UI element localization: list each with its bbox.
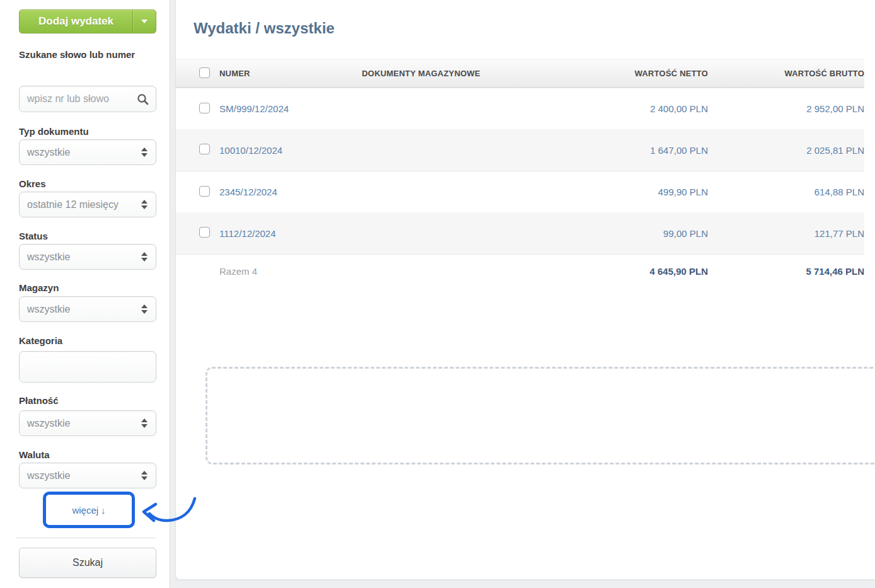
expenses-panel: Wydatki / wszystkie NUMER DOKUMENTY MAGA… bbox=[175, 0, 875, 580]
brutto-cell: 121,77 PLN bbox=[708, 228, 864, 239]
period-value: ostatnie 12 miesięcy bbox=[20, 199, 141, 210]
payment-label: Płatność bbox=[19, 394, 154, 408]
period-select[interactable]: ostatnie 12 miesięcy bbox=[19, 192, 156, 217]
search-icon[interactable] bbox=[137, 93, 149, 105]
annotation-highlight-box: więcej ↓ bbox=[43, 492, 135, 528]
summary-netto: 4 645,90 PLN bbox=[545, 266, 708, 277]
netto-cell: 2 400,00 PLN bbox=[545, 103, 708, 114]
netto-cell: 1 647,00 PLN bbox=[545, 145, 708, 156]
table-row: 10010/12/2024 1 647,00 PLN 2 025,81 PLN bbox=[176, 129, 864, 171]
expenses-table: NUMER DOKUMENTY MAGAZYNOWE WARTOŚĆ NETTO… bbox=[176, 59, 864, 288]
search-input[interactable] bbox=[20, 93, 137, 105]
search-word-label: Szukane słowo lub numer bbox=[19, 48, 154, 62]
brutto-cell: 2 952,00 PLN bbox=[708, 103, 864, 114]
currency-select[interactable]: wszystkie bbox=[19, 463, 156, 488]
category-input[interactable] bbox=[20, 361, 156, 372]
select-spinner-icon bbox=[141, 147, 148, 157]
row-checkbox[interactable] bbox=[199, 186, 210, 197]
summary-count-label: Razem 4 bbox=[219, 266, 362, 277]
summary-brutto: 5 714,46 PLN bbox=[708, 266, 864, 277]
column-header-netto[interactable]: WARTOŚĆ NETTO bbox=[545, 69, 708, 78]
currency-label: Waluta bbox=[19, 448, 154, 462]
page-title: Wydatki / wszystkie bbox=[194, 20, 335, 37]
arrow-down-icon: ↓ bbox=[101, 505, 106, 516]
warehouse-value: wszystkie bbox=[20, 304, 141, 315]
warehouse-select[interactable]: wszystkie bbox=[19, 296, 156, 322]
select-spinner-icon bbox=[141, 200, 148, 209]
table-summary-row: Razem 4 4 645,90 PLN 5 714,46 PLN bbox=[176, 254, 864, 288]
payment-value: wszystkie bbox=[20, 418, 141, 429]
search-submit-button[interactable]: Szukaj bbox=[19, 548, 156, 578]
select-spinner-icon bbox=[141, 304, 148, 314]
netto-cell: 499,90 PLN bbox=[545, 187, 708, 197]
category-field-wrap bbox=[19, 351, 156, 383]
more-filters-link[interactable]: więcej bbox=[72, 505, 98, 516]
document-type-select[interactable]: wszystkie bbox=[19, 139, 156, 165]
brutto-cell: 2 025,81 PLN bbox=[708, 145, 864, 156]
select-spinner-icon bbox=[141, 252, 148, 262]
column-header-brutto[interactable]: WARTOŚĆ BRUTTO bbox=[708, 69, 864, 78]
status-select[interactable]: wszystkie bbox=[19, 244, 156, 270]
currency-value: wszystkie bbox=[20, 470, 141, 481]
expense-number-link[interactable]: SM/999/12/2024 bbox=[219, 103, 289, 114]
brutto-cell: 614,88 PLN bbox=[708, 187, 864, 197]
sidebar-divider bbox=[16, 538, 156, 538]
table-row: SM/999/12/2024 2 400,00 PLN 2 952,00 PLN bbox=[176, 88, 864, 129]
expense-number-link[interactable]: 1112/12/2024 bbox=[219, 228, 276, 239]
period-label: Okres bbox=[19, 177, 154, 191]
row-checkbox[interactable] bbox=[199, 103, 210, 113]
document-type-label: Typ dokumentu bbox=[19, 125, 154, 139]
select-spinner-icon bbox=[141, 471, 148, 480]
expense-number-link[interactable]: 2345/12/2024 bbox=[219, 187, 277, 197]
empty-dropzone-placeholder bbox=[206, 367, 875, 464]
add-expense-split-button[interactable]: Dodaj wydatek bbox=[19, 9, 156, 33]
app-window: Dodaj wydatek Szukane słowo lub numer Ty… bbox=[0, 0, 875, 588]
add-expense-button[interactable]: Dodaj wydatek bbox=[20, 10, 132, 33]
table-header-row: NUMER DOKUMENTY MAGAZYNOWE WARTOŚĆ NETTO… bbox=[176, 59, 864, 88]
netto-cell: 99,00 PLN bbox=[545, 228, 708, 239]
warehouse-label: Magazyn bbox=[19, 281, 154, 295]
select-all-checkbox[interactable] bbox=[199, 67, 210, 78]
row-checkbox[interactable] bbox=[199, 144, 210, 154]
category-label: Kategoria bbox=[19, 334, 154, 348]
table-row: 2345/12/2024 499,90 PLN 614,88 PLN bbox=[176, 171, 864, 212]
row-checkbox[interactable] bbox=[199, 227, 210, 238]
payment-select[interactable]: wszystkie bbox=[19, 410, 156, 436]
select-spinner-icon bbox=[141, 418, 148, 428]
status-value: wszystkie bbox=[20, 251, 141, 263]
table-row: 1112/12/2024 99,00 PLN 121,77 PLN bbox=[176, 212, 864, 254]
expense-number-link[interactable]: 10010/12/2024 bbox=[219, 145, 282, 156]
add-expense-dropdown-toggle[interactable] bbox=[132, 10, 156, 33]
column-header-dokumenty[interactable]: DOKUMENTY MAGAZYNOWE bbox=[362, 69, 545, 78]
search-field-wrap bbox=[19, 86, 156, 112]
filters-sidebar: Dodaj wydatek Szukane słowo lub numer Ty… bbox=[0, 0, 170, 588]
caret-down-icon bbox=[141, 20, 148, 23]
document-type-value: wszystkie bbox=[20, 147, 141, 158]
status-label: Status bbox=[19, 229, 154, 243]
column-header-numer[interactable]: NUMER bbox=[219, 69, 362, 78]
